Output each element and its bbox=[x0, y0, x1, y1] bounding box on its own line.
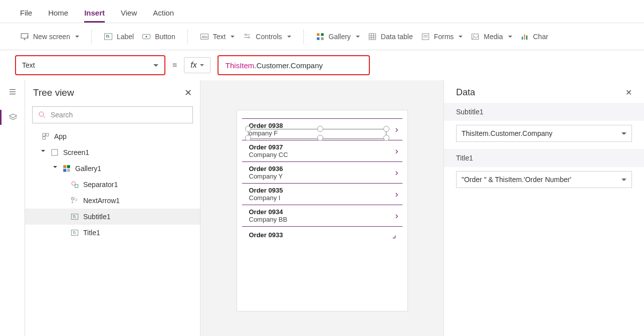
chart-dropdown[interactable]: Char bbox=[520, 32, 548, 41]
tree-title1[interactable]: Title1 bbox=[25, 225, 200, 241]
svg-rect-28 bbox=[524, 34, 525, 40]
close-tree-button[interactable]: ✕ bbox=[184, 87, 192, 98]
text-dropdown[interactable]: Abc Text bbox=[200, 32, 235, 41]
separator-icon bbox=[70, 180, 79, 189]
svg-rect-29 bbox=[526, 35, 527, 39]
svg-text:Abc: Abc bbox=[201, 35, 207, 39]
subtitle1-label: Subtitle1 bbox=[444, 103, 644, 121]
chevron-right-icon[interactable]: › bbox=[395, 189, 398, 200]
tree-gallery1-label: Gallery1 bbox=[75, 164, 101, 173]
label-button[interactable]: Label bbox=[104, 32, 134, 41]
gallery-dropdown[interactable]: Gallery bbox=[316, 32, 360, 41]
fx-label: fx bbox=[190, 61, 196, 70]
svg-rect-14 bbox=[321, 33, 323, 36]
chevron-down-icon bbox=[287, 36, 291, 40]
svg-rect-17 bbox=[369, 34, 376, 40]
chevron-right-icon[interactable]: › bbox=[395, 146, 398, 156]
controls-dropdown[interactable]: Controls bbox=[243, 32, 291, 41]
menu-action[interactable]: Action bbox=[153, 9, 174, 23]
ribbon-toolbar: + New screen Label Button Abc Text Contr… bbox=[0, 23, 644, 50]
gallery-row[interactable]: Order 0938 ompany F › bbox=[242, 118, 402, 140]
resize-handle[interactable] bbox=[245, 126, 251, 132]
svg-rect-27 bbox=[522, 37, 523, 40]
menu-insert[interactable]: Insert bbox=[84, 9, 105, 23]
ribbon-datatable-label: Data table bbox=[381, 33, 413, 41]
new-screen-label: New screen bbox=[33, 33, 70, 41]
svg-rect-16 bbox=[321, 37, 323, 40]
svg-rect-49 bbox=[71, 214, 78, 220]
svg-rect-4 bbox=[104, 34, 112, 40]
new-screen-button[interactable]: + New screen bbox=[20, 32, 79, 41]
svg-rect-38 bbox=[43, 137, 45, 139]
forms-dropdown[interactable]: Forms bbox=[421, 32, 463, 41]
divider bbox=[91, 29, 92, 44]
media-dropdown[interactable]: Media bbox=[471, 32, 512, 41]
chevron-right-icon[interactable]: › bbox=[395, 211, 398, 221]
tree-nextarrow1[interactable]: + NextArrow1 bbox=[25, 193, 200, 209]
svg-line-35 bbox=[43, 116, 45, 118]
resize-handle[interactable] bbox=[383, 126, 389, 132]
gallery-subtitle: Company I bbox=[249, 194, 283, 202]
gallery-row[interactable]: Order 0937 Company CC › bbox=[242, 140, 402, 162]
chevron-down-icon bbox=[231, 36, 235, 40]
svg-text:+: + bbox=[71, 201, 73, 204]
canvas[interactable]: Order 0938 ompany F › Order 0937 Company… bbox=[200, 80, 444, 336]
ribbon-text-label: Text bbox=[213, 33, 226, 41]
tree-screen1[interactable]: Screen1 bbox=[25, 144, 200, 160]
svg-point-12 bbox=[248, 37, 250, 38]
tree-subtitle1[interactable]: Subtitle1 bbox=[25, 209, 200, 225]
tree-search-input[interactable]: Search bbox=[32, 106, 193, 123]
chevron-right-icon[interactable]: › bbox=[390, 232, 399, 242]
text-icon: Abc bbox=[200, 32, 209, 41]
ribbon-label-text: Label bbox=[117, 33, 134, 41]
chevron-down-icon bbox=[621, 132, 626, 137]
tree-nextarrow1-label: NextArrow1 bbox=[83, 197, 120, 205]
svg-rect-13 bbox=[317, 33, 319, 36]
ribbon-controls-label: Controls bbox=[256, 33, 282, 41]
svg-line-47 bbox=[72, 198, 74, 200]
formula-bar: Text = fx ThisItem.Customer.Company bbox=[0, 50, 644, 80]
gallery-row[interactable]: Order 0934 Company BB › bbox=[242, 205, 402, 227]
ribbon-chart-label: Char bbox=[533, 33, 548, 41]
rail-tree-view[interactable] bbox=[0, 110, 25, 125]
gallery-title: Order 0937 bbox=[249, 143, 288, 151]
svg-rect-39 bbox=[52, 149, 58, 155]
svg-rect-15 bbox=[317, 37, 319, 40]
property-selector-value: Text bbox=[22, 61, 35, 69]
rail-hamburger[interactable] bbox=[8, 87, 17, 98]
chevron-down-icon bbox=[459, 36, 463, 40]
chevron-right-icon[interactable]: › bbox=[395, 167, 398, 178]
gallery-title: Order 0938 bbox=[249, 122, 283, 129]
resize-handle[interactable] bbox=[245, 135, 251, 141]
tree-app[interactable]: App bbox=[25, 128, 200, 144]
app-preview[interactable]: Order 0938 ompany F › Order 0937 Company… bbox=[237, 110, 407, 311]
svg-rect-45 bbox=[75, 185, 78, 188]
menu-file[interactable]: File bbox=[20, 9, 32, 23]
gallery-row[interactable]: Order 0933 › bbox=[242, 227, 402, 243]
tree-gallery1[interactable]: Gallery1 bbox=[25, 160, 200, 177]
chevron-right-icon[interactable]: › bbox=[395, 124, 398, 135]
svg-marker-33 bbox=[10, 114, 17, 118]
tree-app-label: App bbox=[54, 132, 67, 140]
button-button[interactable]: Button bbox=[142, 32, 175, 41]
title1-value-dropdown[interactable]: "Order " & ThisItem.'Order Number' bbox=[456, 171, 632, 188]
resize-handle[interactable] bbox=[383, 135, 389, 141]
svg-rect-41 bbox=[67, 165, 70, 168]
subtitle1-value-dropdown[interactable]: ThisItem.Customer.Company bbox=[456, 125, 632, 142]
data-table-button[interactable]: Data table bbox=[368, 32, 413, 41]
tree-title1-label: Title1 bbox=[83, 229, 100, 237]
fx-button[interactable]: fx bbox=[184, 57, 210, 73]
tree-separator1[interactable]: Separator1 bbox=[25, 177, 200, 193]
property-selector[interactable]: Text bbox=[15, 55, 165, 75]
gallery-row[interactable]: Order 0935 Company I › bbox=[242, 184, 402, 205]
menu-home[interactable]: Home bbox=[48, 9, 68, 23]
ribbon-gallery-label: Gallery bbox=[329, 33, 351, 41]
resize-handle[interactable] bbox=[317, 135, 323, 141]
svg-point-26 bbox=[473, 35, 474, 36]
menu-view[interactable]: View bbox=[121, 9, 137, 23]
formula-input[interactable]: ThisItem.Customer.Company bbox=[218, 55, 370, 75]
gallery-title: Order 0936 bbox=[249, 165, 283, 173]
close-data-panel-button[interactable]: ✕ bbox=[625, 88, 632, 97]
resize-handle[interactable] bbox=[317, 126, 323, 132]
gallery-row[interactable]: Order 0936 Company Y › bbox=[242, 162, 402, 184]
